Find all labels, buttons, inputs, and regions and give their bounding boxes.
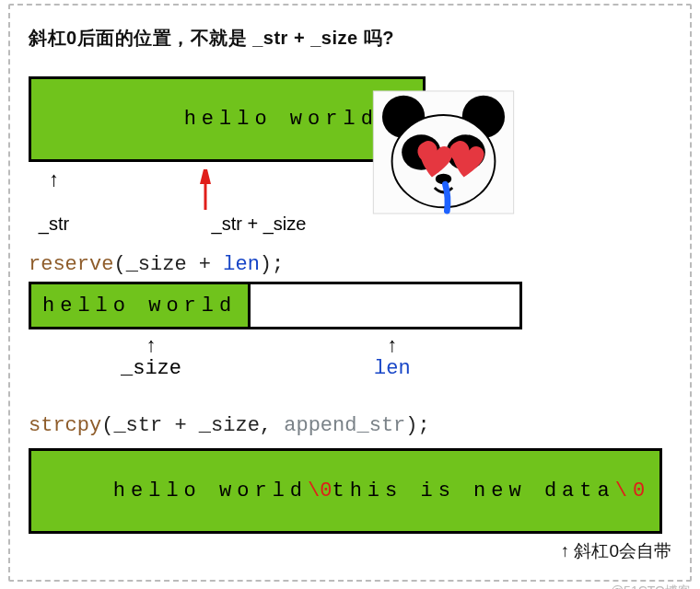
box2-empty — [251, 284, 519, 327]
strcpy-append: append_str — [284, 414, 405, 437]
box-hello-null: hello world\0 — [29, 76, 426, 162]
size-label: _size — [121, 357, 181, 380]
reserve-arg-len: len — [223, 253, 260, 276]
box3-n2: \0 — [615, 479, 650, 502]
red-arrow-icon — [194, 169, 216, 212]
strcpy-code: strcpy(_str + _size, append_str); — [29, 414, 671, 437]
box2-left-text: hello world — [31, 284, 251, 327]
footnote-text: ↑ 斜杠0会自带 — [29, 539, 671, 563]
box3-mid: this is new data — [332, 479, 614, 502]
strcpy-fn: strcpy — [29, 414, 101, 437]
row1: hello world\0 ↑ — [29, 76, 671, 235]
str-arrow-icon: ↑ — [29, 169, 79, 190]
watermark-text: @51CTO博客 — [0, 582, 700, 589]
size-arrow-icon: ↑ — [121, 337, 181, 357]
reserve-tail: ); — [260, 253, 284, 276]
strcpy-args1: (_str + _size, — [101, 414, 284, 437]
strcpy-tail: ); — [405, 414, 429, 437]
box1-text: hello world — [184, 108, 379, 131]
split-labels: ↑ _size ↑ len — [29, 333, 517, 398]
len-label: len — [374, 357, 411, 380]
len-arrow-icon: ↑ — [374, 337, 411, 357]
box-after-reserve: hello world — [29, 282, 522, 329]
box3-n1: \0 — [308, 479, 332, 502]
box3-pre: hello world — [113, 479, 308, 502]
heading-text: 斜杠0后面的位置，不就是 _str + _size 吗? — [29, 26, 671, 51]
str-label: _str — [29, 214, 79, 235]
panda-image — [372, 90, 515, 214]
reserve-code: reserve(_size + len); — [29, 253, 671, 276]
reserve-fn: reserve — [29, 253, 113, 276]
diagram-page: 斜杠0后面的位置，不就是 _str + _size 吗? hello world… — [8, 4, 692, 582]
box-after-strcpy: hello world\0this is new data\0 — [29, 448, 662, 534]
reserve-arg1: _size + — [126, 253, 224, 276]
str-size-label: _str + _size — [194, 214, 323, 235]
